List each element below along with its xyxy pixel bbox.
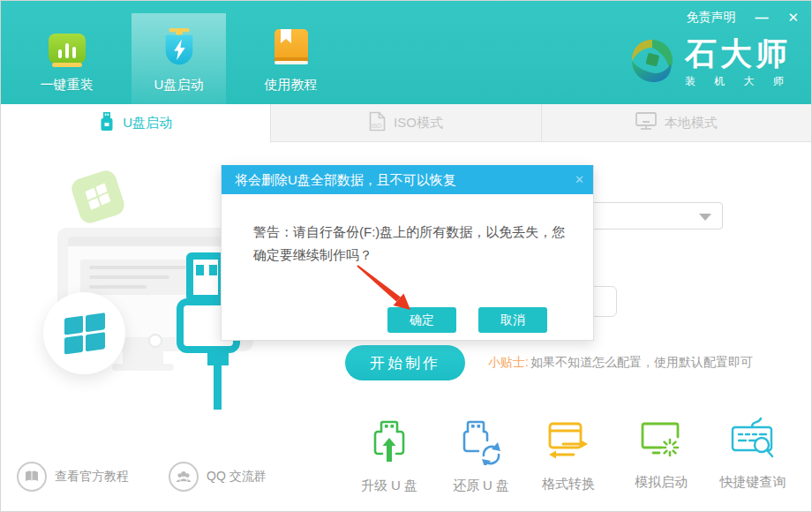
footer-bar: 查看官方教程 QQ 交流群 [1, 409, 811, 512]
tip-text: 小贴士:如果不知道怎么配置，使用默认配置即可 [488, 355, 753, 371]
usb-cable-connector [207, 352, 229, 365]
usb-icon [99, 112, 115, 134]
tool-restore-usb[interactable]: 还原 U 盘 [432, 419, 530, 494]
dialog-title: 将会删除U盘全部数据，且不可以恢复 [235, 172, 456, 187]
start-make-button[interactable]: 开始制作 [345, 345, 465, 380]
dialog-message: 警告：请自行备份(F:)盘上的所有数据，以免丢失，您确定要继续制作吗？ [253, 221, 573, 267]
tool-hotkey-query[interactable]: 快捷键查询 [704, 416, 801, 491]
hotkey-search-icon [730, 416, 776, 465]
mode-tab-bar: U盘启动 ISO ISO模式 本地模式 [1, 104, 811, 142]
tool-label: 格式转换 [542, 476, 595, 493]
usb-restore-icon [460, 419, 502, 469]
simulate-boot-icon [640, 421, 682, 465]
chevron-down-icon [699, 214, 711, 221]
disclaimer-link[interactable]: 免责声明 [686, 10, 735, 26]
brand-logo-icon [628, 37, 676, 88]
close-button[interactable]: ✕ [787, 10, 799, 26]
main-tab-label: 一键重装 [41, 77, 94, 94]
titlebar-controls: 免责声明 — ✕ [686, 10, 799, 26]
tip-label: 小贴士: [488, 355, 529, 369]
minimize-button[interactable]: — [755, 10, 768, 26]
cancel-button[interactable]: 取消 [478, 307, 547, 333]
windows-logo-badge [43, 292, 125, 374]
main-tab-label: U盘启动 [154, 77, 204, 94]
brand-subtitle: 装 机 大 师 [685, 74, 792, 89]
svg-text:ISO: ISO [372, 123, 383, 129]
qq-group-link[interactable]: QQ 交流群 [169, 462, 267, 492]
tool-label: 还原 U 盘 [453, 478, 509, 494]
monitor-icon [635, 112, 657, 133]
tab-onekey-reinstall[interactable]: 一键重装 [19, 13, 114, 104]
tool-label: 模拟启动 [635, 474, 688, 491]
mode-tab-usb-boot[interactable]: U盘启动 [1, 104, 270, 142]
mode-tab-label: ISO模式 [394, 115, 443, 132]
brand-name: 石大师 [685, 36, 792, 72]
chart-icon [48, 26, 86, 69]
main-tab-bar: 一键重装 U盘启动 [19, 13, 338, 104]
pointer-arrow [356, 262, 417, 317]
tool-simulate-boot[interactable]: 模拟启动 [613, 421, 710, 491]
usb-drive-illustration [186, 252, 225, 302]
dialog-close-icon[interactable]: ✕ [575, 165, 584, 194]
dialog-header: 将会删除U盘全部数据，且不可以恢复 ✕ [222, 165, 593, 194]
tool-upgrade-usb[interactable]: 升级 U 盘 [341, 419, 438, 494]
windows-chip-icon [69, 168, 127, 226]
app-window: 一键重装 U盘启动 [0, 0, 812, 512]
people-circle-icon [169, 462, 199, 492]
book-icon [272, 26, 311, 69]
mode-tab-label: 本地模式 [665, 115, 718, 132]
book-circle-icon [17, 462, 47, 492]
tab-usb-boot[interactable]: U盘启动 [132, 13, 226, 104]
usb-upgrade-icon [370, 419, 409, 469]
shield-bolt-icon [160, 26, 199, 69]
mode-tab-iso[interactable]: ISO ISO模式 [270, 104, 540, 142]
brand-logo: 石大师 装 机 大 师 [628, 36, 792, 89]
monitor-stand-base [112, 364, 174, 371]
app-header: 一键重装 U盘启动 [1, 1, 811, 104]
main-content: 开始制作 小贴士:如果不知道怎么配置，使用默认配置即可 将会删除U盘全部数据，且… [1, 142, 811, 409]
mode-tab-label: U盘启动 [123, 115, 172, 132]
mode-tab-local[interactable]: 本地模式 [541, 104, 811, 142]
tool-label: 升级 U 盘 [361, 478, 417, 494]
format-convert-icon [547, 421, 590, 467]
official-tutorial-link[interactable]: 查看官方教程 [17, 462, 129, 492]
tool-format-convert[interactable]: 格式转换 [520, 421, 617, 493]
tool-label: 快捷键查询 [720, 474, 786, 491]
tab-tutorial[interactable]: 使用教程 [244, 13, 338, 104]
iso-file-icon: ISO [369, 111, 386, 134]
footer-link-label: 查看官方教程 [55, 469, 129, 485]
main-tab-label: 使用教程 [265, 77, 318, 94]
monitor-stand [123, 351, 163, 364]
footer-link-label: QQ 交流群 [207, 469, 267, 485]
usb-cable [214, 365, 222, 410]
